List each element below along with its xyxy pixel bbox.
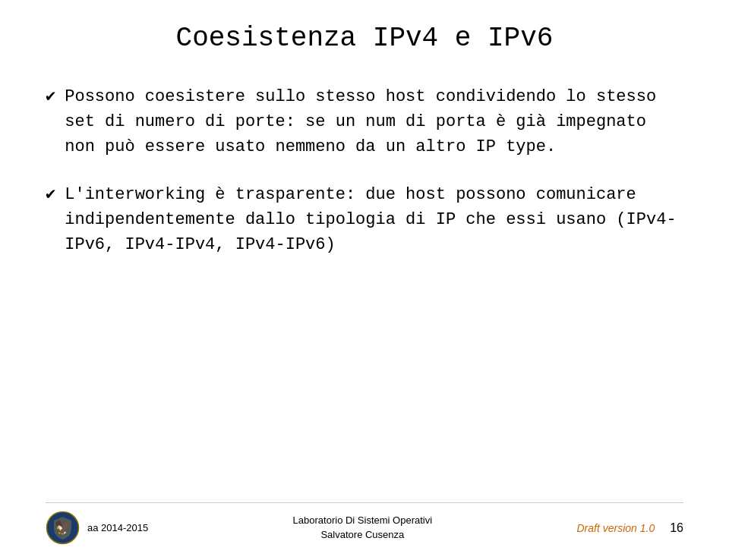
bullet-item-2: ✔ L'interworking è trasparente: due host… [46, 182, 683, 257]
bullet-section: ✔ Possono coesistere sullo stesso host c… [46, 84, 683, 480]
footer-center: Laboratorio Di Sistemi Operativi Salvato… [293, 514, 433, 541]
footer-logo-icon: 🦅 [46, 511, 80, 545]
slide-title: Coesistenza IPv4 e IPv6 [46, 23, 683, 54]
bullet-text-1: Possono coesistere sullo stesso host con… [65, 84, 683, 159]
footer-page-number: 16 [670, 521, 683, 535]
footer-center-line1: Laboratorio Di Sistemi Operativi [293, 514, 433, 527]
footer-draft: Draft version 1.0 [576, 522, 655, 534]
bullet-text-2: L'interworking è trasparente: due host p… [65, 182, 683, 257]
svg-text:🦅: 🦅 [55, 519, 72, 536]
checkmark-icon-1: ✔ [46, 86, 55, 106]
footer: 🦅 aa 2014-2015 Laboratorio Di Sistemi Op… [46, 502, 683, 545]
bullet-item-1: ✔ Possono coesistere sullo stesso host c… [46, 84, 683, 159]
slide: Coesistenza IPv4 e IPv6 ✔ Possono coesis… [0, 0, 729, 560]
footer-year: aa 2014-2015 [87, 522, 148, 533]
footer-left: 🦅 aa 2014-2015 [46, 511, 148, 545]
checkmark-icon-2: ✔ [46, 184, 55, 204]
footer-center-line2: Salvatore Cusenza [293, 528, 433, 542]
